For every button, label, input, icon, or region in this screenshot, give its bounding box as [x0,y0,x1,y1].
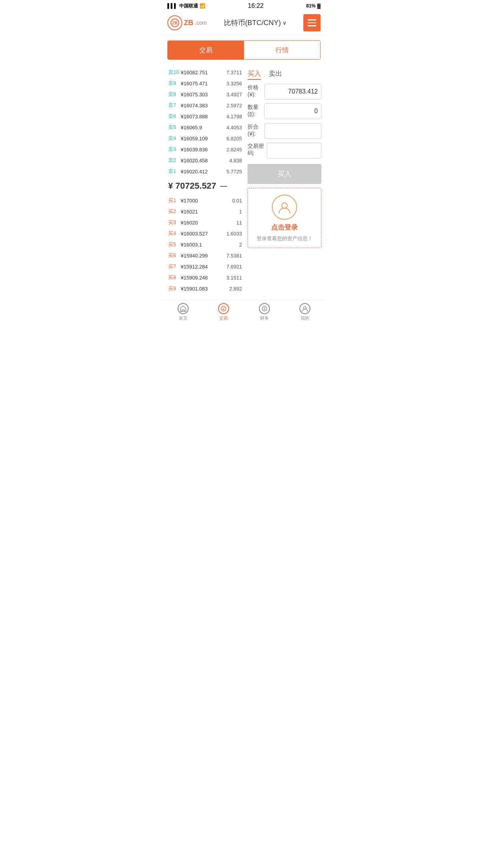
main-content: 卖10 ¥16082.751 7.3711 卖9 ¥16075.471 3.32… [163,65,325,296]
nav-label-home: 首页 [179,315,187,321]
sell-label-7: 卖7 [168,102,179,109]
nav-label-trade: 交易 [219,315,228,321]
current-price-row: ¥ 70725.527 — [167,177,243,195]
buy-qty-1: 0.01 [222,198,242,204]
table-row: 卖2 ¥16020.458 4.838 [167,155,243,166]
home-icon [178,303,189,314]
login-area[interactable]: 点击登录 登录查看您的资产信息！ [248,188,321,248]
bottom-nav: 首页 ¥ 交易 $ 财务 我的 [163,300,325,323]
sell-label-4: 卖4 [168,135,179,142]
buy-label-4: 买4 [168,230,179,237]
qty-label: 数量(₿): [248,104,262,117]
price-input[interactable] [264,84,321,99]
sell-price-8: ¥16075.303 [181,92,222,97]
sell-price-2: ¥16020.458 [181,158,222,164]
buy-price-7: ¥15912.284 [181,264,222,270]
status-right: 81% ▓ [306,3,321,9]
trade-form-panel: 买入 卖出 价格(¥): 数量(₿): 折合(¥): [245,65,325,296]
buy-qty-2: 1 [222,209,242,215]
current-price: ¥ 70725.527 [168,181,216,191]
logo-area: ZB ZB .com [167,15,207,30]
tab-sell[interactable]: 卖出 [269,69,282,80]
status-bar: ▌▌▌ 中国联通 📶 16:22 81% ▓ [163,0,325,11]
action-tabs: 买入 卖出 [248,67,321,84]
login-button[interactable]: 点击登录 [271,223,298,232]
price-field-row: 价格(¥): [248,84,321,99]
sell-qty-7: 2.5972 [222,103,242,108]
nav-label-mine: 我的 [301,315,309,321]
logo-icon: ZB [167,15,182,30]
buy-qty-6: 7.5381 [222,253,242,259]
nav-item-finance[interactable]: $ 财务 [244,303,285,321]
total-label: 折合(¥): [248,123,262,137]
tab-market[interactable]: 行情 [244,41,320,59]
menu-line-2 [308,22,316,24]
sell-qty-3: 2.8245 [222,147,242,153]
table-row: 卖7 ¥16074.383 2.5972 [167,100,243,111]
buy-qty-9: 2.892 [222,286,242,292]
battery-icon: ▓ [317,3,321,9]
nav-item-trade[interactable]: ¥ 交易 [204,303,244,321]
buy-label-7: 买7 [168,263,179,270]
svg-text:ZB: ZB [172,21,177,25]
buy-qty-8: 3.1511 [222,275,242,281]
table-row: 卖9 ¥16075.471 3.3256 [167,78,243,89]
buy-orders: 买1 ¥17000 0.01 买2 ¥16021 1 买3 ¥16020 11 … [167,195,243,294]
table-row: 卖1 ¥16020.412 5.7725 [167,166,243,177]
sell-price-4: ¥16059.109 [181,136,222,142]
table-row: 卖10 ¥16082.751 7.3711 [167,67,243,78]
table-row: 买5 ¥16003.1 2 [167,239,243,250]
buy-price-6: ¥15940.299 [181,253,222,259]
sell-price-7: ¥16074.383 [181,103,222,108]
menu-line-1 [308,19,316,20]
buy-price-2: ¥16021 [181,209,222,215]
sell-qty-1: 5.7725 [222,169,242,175]
table-row: 卖3 ¥16039.836 2.8245 [167,144,243,155]
price-direction-icon: — [220,182,227,190]
nav-item-mine[interactable]: 我的 [285,303,326,321]
table-row: 买3 ¥16020 11 [167,217,243,228]
finance-icon: $ [259,303,270,314]
tab-trade[interactable]: 交易 [168,41,244,59]
sell-price-10: ¥16082.751 [181,70,222,75]
total-value [264,123,321,139]
buy-qty-7: 7.6921 [222,264,242,270]
sell-price-9: ¥16075.471 [181,81,222,86]
buy-label-5: 买5 [168,241,179,248]
header-title[interactable]: 比特币(BTC/CNY) ∨ [224,18,286,28]
password-field-row: 交易密码: [248,143,321,158]
menu-button[interactable] [303,14,321,31]
tab-buy[interactable]: 买入 [248,69,261,80]
sell-qty-10: 7.3711 [222,70,242,75]
sell-qty-9: 3.3256 [222,81,242,86]
trade-icon: ¥ [218,303,229,314]
sell-label-8: 卖8 [168,91,179,98]
sell-qty-6: 4.1798 [222,114,242,120]
nav-item-home[interactable]: 首页 [163,303,204,321]
order-book: 卖10 ¥16082.751 7.3711 卖9 ¥16075.471 3.32… [163,65,245,296]
battery-percent: 81% [306,3,316,9]
signal-icon: ▌▌▌ [167,3,178,9]
sell-price-1: ¥16020.412 [181,169,222,175]
chevron-down-icon: ∨ [283,20,286,26]
qty-input[interactable] [264,103,321,119]
svg-point-2 [282,203,287,208]
sell-label-2: 卖2 [168,157,179,164]
nav-label-finance: 财务 [260,315,269,321]
sell-label-5: 卖5 [168,124,179,131]
logo-suffix: .com [195,20,207,26]
table-row: 买8 ¥15909.248 3.1511 [167,272,243,283]
buy-button[interactable]: 买入 [248,164,321,184]
table-row: 卖5 ¥16065.9 4.4053 [167,122,243,133]
sell-price-3: ¥16039.836 [181,147,222,153]
carrier-name: 中国联通 [179,3,198,9]
table-row: 买7 ¥15912.284 7.6921 [167,261,243,272]
buy-price-3: ¥16020 [181,220,222,226]
buy-label-3: 买3 [168,219,179,226]
password-input[interactable] [267,143,321,158]
logo-text: ZB [184,19,193,27]
buy-label-1: 买1 [168,197,179,204]
buy-price-4: ¥16003.527 [181,231,222,237]
header: ZB ZB .com 比特币(BTC/CNY) ∨ [163,11,325,35]
main-tab-bar: 交易 行情 [167,40,321,60]
